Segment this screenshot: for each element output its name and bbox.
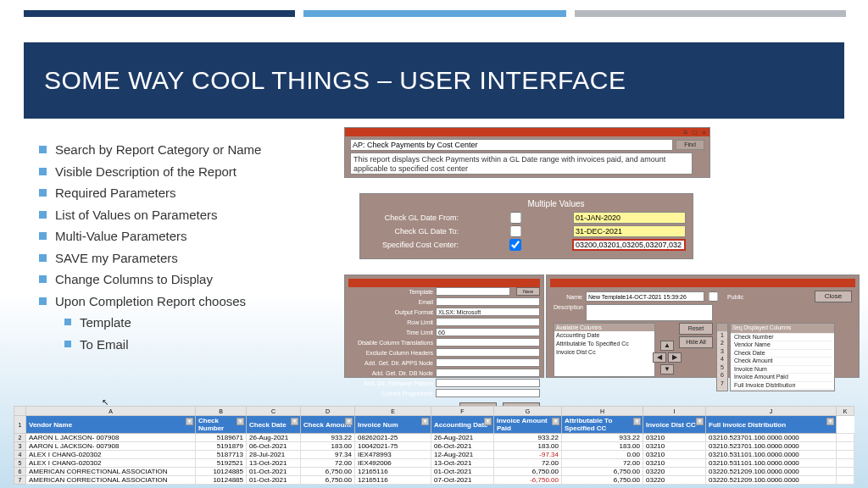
column-header[interactable]: Invoice Dist CC▾ — [643, 416, 706, 434]
option-value[interactable] — [436, 287, 510, 296]
cell[interactable]: 03210 — [643, 451, 706, 459]
cell[interactable]: 72.00 — [494, 459, 562, 468]
report-search-input[interactable] — [350, 139, 673, 151]
cell[interactable]: 10124885 — [196, 476, 247, 485]
column-letter[interactable]: D — [301, 407, 355, 416]
option-value[interactable] — [436, 358, 540, 367]
cell[interactable]: 03210.523701.100.0000.0000 — [706, 442, 837, 451]
list-item[interactable]: Check Date — [732, 350, 832, 358]
find-button[interactable]: Find — [676, 140, 704, 150]
option-value[interactable] — [436, 338, 540, 347]
cell[interactable]: AARON L JACKSON- 007908 — [26, 434, 196, 442]
column-letter[interactable]: B — [196, 407, 247, 416]
cell[interactable]: 6,750.00 — [494, 468, 562, 476]
hide-all-button[interactable]: Hide All — [679, 336, 713, 348]
cell[interactable]: 5189671 — [196, 434, 247, 442]
cell[interactable]: 03220.521209.100.0000.0000 — [706, 476, 837, 485]
cell[interactable]: AMERICAN CORRECTIONAL ASSOCIATION — [26, 468, 196, 476]
cell[interactable] — [837, 442, 854, 451]
column-header[interactable]: Check Date▾ — [247, 416, 301, 434]
cell[interactable]: 07-Oct-2021 — [431, 476, 494, 485]
column-header[interactable]: Accounting Date▾ — [431, 416, 494, 434]
column-header[interactable]: Vendor Name▾ — [26, 416, 196, 434]
cell[interactable]: 12165116 — [355, 476, 431, 485]
filter-dropdown-icon[interactable]: ▾ — [236, 418, 244, 425]
cell[interactable]: 183.00 — [301, 442, 355, 451]
filter-dropdown-icon[interactable]: ▾ — [484, 418, 492, 425]
cell[interactable]: 97.34 — [301, 451, 355, 459]
option-value[interactable] — [436, 348, 540, 357]
column-letter[interactable]: E — [355, 407, 431, 416]
available-columns-list[interactable]: Available Columns Accounting DateAttribu… — [554, 323, 655, 377]
cell[interactable] — [837, 434, 854, 442]
option-value[interactable] — [436, 379, 540, 387]
cell[interactable]: 933.22 — [301, 434, 355, 442]
option-value[interactable]: XLSX: Microsoft — [436, 308, 540, 316]
filter-dropdown-icon[interactable]: ▾ — [826, 418, 834, 425]
cell[interactable]: 12165116 — [355, 468, 431, 476]
column-letter[interactable]: A — [26, 407, 196, 416]
column-header[interactable]: Invoice Num▾ — [355, 416, 431, 434]
column-header[interactable]: Check Amount▾ — [301, 416, 355, 434]
move-up-button[interactable]: ▲ — [660, 341, 674, 351]
filter-dropdown-icon[interactable]: ▾ — [696, 418, 704, 425]
column-header[interactable]: Invoice Amount Paid▾ — [494, 416, 562, 434]
cell[interactable]: 01-Oct-2021 — [431, 468, 494, 476]
column-letter[interactable]: F — [431, 407, 494, 416]
cell[interactable]: ALEX I CHANG-020302 — [26, 451, 196, 459]
cell[interactable]: 72.00 — [301, 459, 355, 468]
cell[interactable]: 03210 — [643, 459, 706, 468]
cell[interactable]: 6,750.00 — [301, 476, 355, 485]
cell[interactable]: ALEX I CHANG-020302 — [26, 459, 196, 468]
column-header[interactable]: Full Invoice Distribution▾ — [706, 416, 837, 434]
list-item[interactable]: Check Number — [732, 334, 832, 342]
window-controls-icon[interactable]: ≡ □ × — [683, 129, 708, 136]
close-button[interactable]: Close — [815, 291, 852, 302]
cell[interactable]: 26-Aug-2021 — [247, 434, 301, 442]
column-header[interactable]: Attributable To Specified CC▾ — [562, 416, 643, 434]
list-item[interactable]: Vendor Name — [732, 341, 832, 350]
column-letter[interactable]: J — [706, 407, 837, 416]
column-letter[interactable]: K — [837, 407, 854, 416]
param-checkbox[interactable] — [462, 212, 570, 224]
cell[interactable]: 12-Aug-2021 — [431, 451, 494, 459]
cell[interactable] — [837, 476, 854, 485]
reset-button[interactable]: Reset — [679, 323, 713, 335]
option-value[interactable] — [436, 389, 540, 397]
column-letter[interactable]: H — [562, 407, 643, 416]
cell[interactable]: 03210.531101.100.0000.0000 — [706, 451, 837, 459]
list-item[interactable]: Check Amount — [732, 358, 832, 366]
list-item[interactable]: Invoice Dist Cc — [554, 348, 654, 357]
cell[interactable]: 28-Jul-2021 — [247, 451, 301, 459]
move-down-button[interactable]: ▼ — [660, 364, 674, 374]
move-left-button[interactable]: ◀ — [653, 352, 666, 363]
list-item[interactable]: Attributable To Specified Cc — [554, 340, 654, 348]
param-input[interactable] — [573, 212, 686, 224]
cell[interactable]: 03220 — [643, 468, 706, 476]
list-item[interactable]: Accounting Date — [554, 331, 654, 340]
cell[interactable] — [837, 468, 854, 476]
cell[interactable]: 01-Oct-2021 — [247, 468, 301, 476]
cell[interactable]: 183.00 — [494, 442, 562, 451]
cell[interactable]: 6,750.00 — [562, 476, 643, 485]
column-letter[interactable]: C — [247, 407, 301, 416]
cell[interactable]: 13-Oct-2021 — [247, 459, 301, 468]
filter-dropdown-icon[interactable]: ▾ — [633, 418, 641, 425]
cell[interactable]: AARON L JACKSON- 007908 — [26, 442, 196, 451]
new-button[interactable]: New — [516, 287, 540, 296]
cell[interactable]: 01-Oct-2021 — [247, 476, 301, 485]
cell[interactable]: 10042021-75 — [355, 442, 431, 451]
cell[interactable]: 183.00 — [562, 442, 643, 451]
cell[interactable]: 10124885 — [196, 468, 247, 476]
list-item[interactable]: Full Invoice Distribution — [732, 382, 832, 391]
cell[interactable]: 933.22 — [562, 434, 643, 442]
param-input[interactable] — [573, 225, 686, 237]
cell[interactable]: AMERICAN CORRECTIONAL ASSOCIATION — [26, 476, 196, 485]
cell[interactable]: 6,750.00 — [301, 468, 355, 476]
cell[interactable] — [837, 459, 854, 468]
cell[interactable]: 72.00 — [562, 459, 643, 468]
param-checkbox[interactable] — [462, 225, 570, 237]
cell[interactable]: IEX492006 — [355, 459, 431, 468]
cell[interactable]: 0.00 — [562, 451, 643, 459]
column-letter[interactable]: G — [494, 407, 562, 416]
